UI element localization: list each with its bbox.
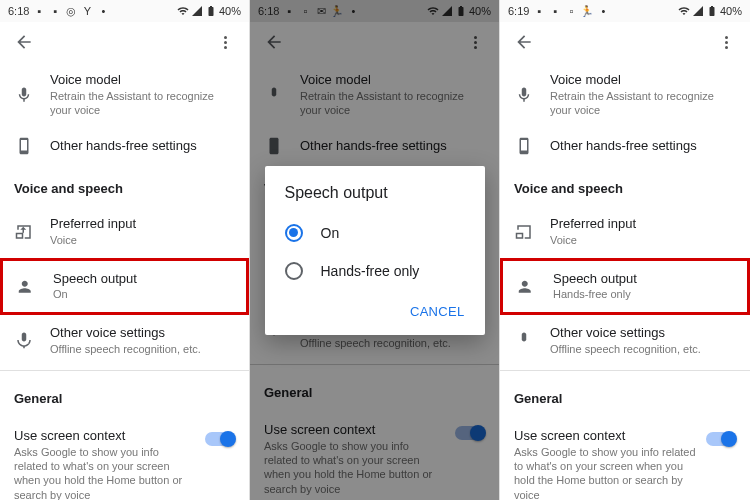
notif-icon: ▪ [33,5,45,17]
divider [0,370,249,371]
overflow-menu-button[interactable] [209,26,241,58]
more-notif-icon: • [597,5,609,17]
clock: 6:18 [8,5,29,17]
divider [500,370,750,371]
cancel-button[interactable]: CANCEL [402,298,473,325]
row-title: Speech output [53,271,232,288]
row-subtitle: Asks Google to show you info related to … [14,445,195,500]
row-subtitle: Voice [50,233,235,247]
row-subtitle: On [53,287,232,301]
person-speak-icon [517,277,537,295]
use-screen-context-row[interactable]: Use screen contextAsks Google to show yo… [0,416,249,500]
voice-settings-icon [514,331,534,349]
battery-icon [205,5,217,17]
option-label: On [321,225,340,241]
back-button[interactable] [8,26,40,58]
voice-settings-icon [14,331,34,349]
notif-icon: 🏃 [581,5,593,17]
battery-percentage: 40% [720,5,742,17]
mic-icon [514,86,534,104]
row-title: Other voice settings [50,325,235,342]
notif-icon: ◎ [65,5,77,17]
voice-and-speech-header: Voice and speech [500,165,750,206]
speech-output-row[interactable]: Speech outputHands-free only [500,258,750,315]
more-notif-icon: • [97,5,109,17]
dialog-scrim[interactable]: Speech output On Hands-free only CANCEL [250,0,499,500]
voice-model-row[interactable]: Voice modelRetrain the Assistant to reco… [0,62,249,127]
signal-icon [191,5,203,17]
dialog-title: Speech output [265,184,485,214]
status-bar: 6:18 ▪ ▪ ◎ Y • 40% [0,0,249,22]
mic-icon [14,86,34,104]
speech-output-dialog: Speech output On Hands-free only CANCEL [265,166,485,335]
row-subtitle: Retrain the Assistant to recognize your … [50,89,235,118]
phone-settings-icon [14,137,34,155]
notif-icon: Y [81,5,93,17]
battery-icon [706,5,718,17]
person-speak-icon [17,277,37,295]
phone-settings-icon [514,137,534,155]
row-title: Other hands-free settings [50,138,235,155]
app-bar [0,22,249,62]
app-bar [500,22,750,62]
notif-icon: ▪ [549,5,561,17]
back-button[interactable] [508,26,540,58]
option-label: Hands-free only [321,263,420,279]
toggle-switch[interactable] [706,432,736,446]
speech-output-row[interactable]: Speech outputOn [0,258,249,315]
input-icon [14,223,34,241]
preferred-input-row[interactable]: Preferred inputVoice [0,206,249,257]
input-icon [514,223,534,241]
voice-model-row[interactable]: Voice modelRetrain the Assistant to reco… [500,62,750,127]
other-voice-settings-row[interactable]: Other voice settingsOffline speech recog… [500,315,750,366]
overflow-menu-button[interactable] [710,26,742,58]
signal-icon [692,5,704,17]
clock: 6:19 [508,5,529,17]
voice-and-speech-header: Voice and speech [0,165,249,206]
wifi-icon [177,5,189,17]
wifi-icon [678,5,690,17]
battery-percentage: 40% [219,5,241,17]
row-title: Use screen context [14,428,195,445]
status-bar: 6:19 ▪ ▪ ▫ 🏃 • 40% [500,0,750,22]
preferred-input-row[interactable]: Preferred inputVoice [500,206,750,257]
screenshot-2: 6:18 ▪ ▫ ✉ 🏃 • 40% Voice modelRetrain th… [250,0,500,500]
other-hands-free-row[interactable]: Other hands-free settings [0,127,249,165]
dialog-option-on[interactable]: On [265,214,485,252]
dialog-option-hands-free[interactable]: Hands-free only [265,252,485,290]
row-subtitle: Offline speech recognition, etc. [50,342,235,356]
other-hands-free-row[interactable]: Other hands-free settings [500,127,750,165]
row-title: Preferred input [50,216,235,233]
general-header: General [500,375,750,416]
use-screen-context-row[interactable]: Use screen contextAsks Google to show yo… [500,416,750,500]
screenshot-1: 6:18 ▪ ▪ ◎ Y • 40% Voice mod [0,0,250,500]
screenshot-3: 6:19 ▪ ▪ ▫ 🏃 • 40% Voice modelRetrain th… [500,0,750,500]
general-header: General [0,375,249,416]
radio-unselected-icon [285,262,303,280]
notif-icon: ▪ [533,5,545,17]
row-title: Voice model [50,72,235,89]
notif-icon: ▫ [565,5,577,17]
notif-icon: ▪ [49,5,61,17]
radio-selected-icon [285,224,303,242]
toggle-switch[interactable] [205,432,235,446]
other-voice-settings-row[interactable]: Other voice settingsOffline speech recog… [0,315,249,366]
